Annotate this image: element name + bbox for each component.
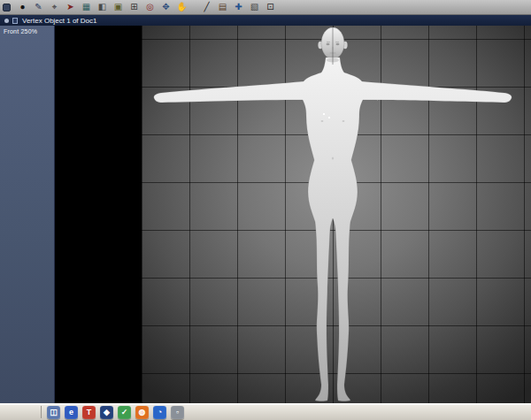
grid-tool-icon[interactable]: ▦ xyxy=(80,1,93,13)
app-notes-icon[interactable]: ✓ xyxy=(118,406,131,419)
rows-tool-icon[interactable]: ▤ xyxy=(216,1,229,13)
viewport-label: Front 250% xyxy=(4,28,37,34)
window-control-icon[interactable] xyxy=(4,19,9,23)
document-title: Vertex Object 1 of Doc1 xyxy=(22,17,97,25)
left-panel: Front 250% xyxy=(0,26,55,403)
star-tool-icon[interactable]: ✥ xyxy=(159,1,173,13)
main-area: Front 250% xyxy=(0,26,531,403)
bullseye-tool-icon[interactable]: ◎ xyxy=(143,1,157,13)
document-titlebar: Vertex Object 1 of Doc1 xyxy=(0,15,531,26)
app-window: ● ✎ ⌖ ➤ ▦ ◧ ▣ ⊞ ◎ ✥ ✋ ╱ ▤ ✚ ▧ ⊡ Vertex O… xyxy=(0,0,531,420)
grid-plane xyxy=(142,26,531,403)
line-tool-icon[interactable]: ╱ xyxy=(200,1,213,13)
boxed-dot-tool-icon[interactable]: ⊡ xyxy=(264,1,277,13)
os-taskbar: ◫ e T ◆ ✓ ◍ ◔ ▫ xyxy=(0,403,531,420)
app-firefox-icon[interactable]: ◍ xyxy=(135,406,149,419)
quicklaunch-divider xyxy=(41,406,42,418)
hatch-tool-icon[interactable]: ▧ xyxy=(248,1,261,13)
plus-square-tool-icon[interactable]: ⊞ xyxy=(127,1,141,13)
main-toolbar: ● ✎ ⌖ ➤ ▦ ◧ ▣ ⊞ ◎ ✥ ✋ ╱ ▤ ✚ ▧ ⊡ xyxy=(0,0,531,15)
select-tool-icon[interactable]: ● xyxy=(16,1,29,13)
model-body xyxy=(154,57,512,401)
pen-tool-icon[interactable]: ✎ xyxy=(32,1,45,13)
app-dark-icon[interactable]: ◆ xyxy=(100,406,113,419)
app-window-icon[interactable]: ◫ xyxy=(47,406,60,419)
half-square-tool-icon[interactable]: ◧ xyxy=(96,1,109,13)
cross-tool-icon[interactable]: ✚ xyxy=(232,1,245,13)
app-text-icon[interactable]: T xyxy=(82,406,96,419)
app-globe-icon[interactable]: ◔ xyxy=(153,406,166,419)
quicklaunch-icons: ◫ e T ◆ ✓ ◍ ◔ ▫ xyxy=(47,406,184,419)
target-tool-icon[interactable]: ⌖ xyxy=(48,1,61,13)
solid-square-tool-icon[interactable]: ▣ xyxy=(112,1,125,13)
viewport-3d[interactable] xyxy=(55,26,531,403)
hand-tool-icon[interactable]: ✋ xyxy=(175,1,189,13)
human-model[interactable] xyxy=(142,26,531,403)
tool-group: ● ✎ ⌖ ➤ ▦ ◧ ▣ ⊞ ◎ ✥ ✋ ╱ ▤ ✚ ▧ ⊡ xyxy=(16,1,277,13)
app-gray-icon[interactable]: ▫ xyxy=(171,406,184,419)
app-browser-icon[interactable]: e xyxy=(65,406,78,419)
arrow-tool-icon[interactable]: ➤ xyxy=(64,1,77,13)
document-icon xyxy=(12,18,18,24)
window-menu-icon[interactable] xyxy=(3,4,11,11)
